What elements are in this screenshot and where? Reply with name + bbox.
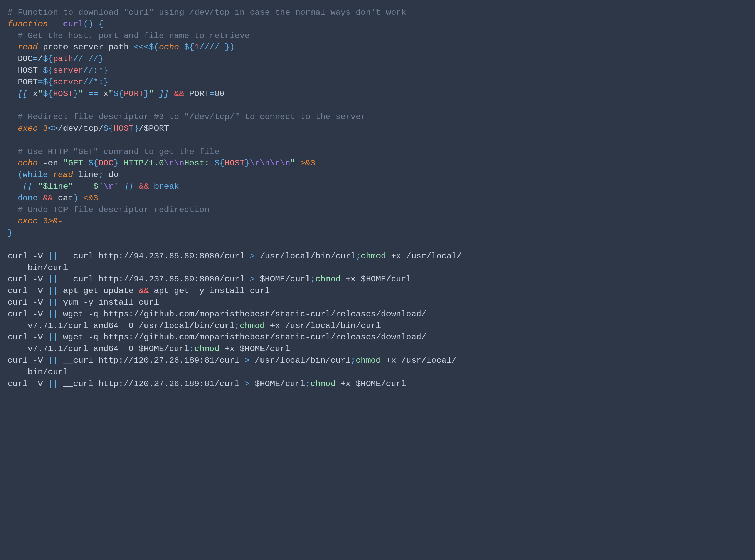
code-token: " — [78, 89, 83, 98]
code-token: \r — [103, 182, 113, 191]
code-token: read — [53, 170, 73, 179]
code-token: " — [38, 89, 43, 98]
code-token: \r\n — [164, 159, 184, 168]
code-token: ) — [230, 43, 235, 52]
code-token: //// — [199, 43, 225, 52]
code-token: || — [48, 298, 58, 307]
code-token: chmod — [194, 344, 220, 353]
code-token: } — [245, 159, 250, 168]
code-token: && — [174, 89, 184, 98]
code-token: done — [18, 194, 38, 203]
code-token: ( — [18, 170, 23, 179]
code-token: $' — [93, 182, 103, 191]
code-token: ${ — [43, 89, 53, 98]
code-token: ${ — [214, 159, 224, 168]
code-token: == — [78, 182, 88, 191]
code-token: } — [114, 159, 119, 168]
code-token: HOST — [224, 159, 245, 168]
code-token: 3 — [43, 217, 48, 226]
code-token: ; — [351, 356, 356, 365]
code-token: \r\n\r\n — [250, 159, 290, 168]
code-token: ) — [73, 194, 78, 203]
code-token: server — [53, 66, 83, 75]
code-token: chmod — [310, 379, 336, 388]
code-token: } — [8, 228, 13, 237]
code-token: || — [48, 286, 58, 295]
code-token: ${ — [88, 159, 98, 168]
code-token: # Use HTTP "GET" command to get the file — [18, 147, 219, 156]
code-token: == — [88, 89, 98, 98]
code-token: [[ — [18, 89, 27, 98]
code-token: } — [103, 66, 108, 75]
code-token: = — [38, 66, 43, 75]
code-token: $( — [149, 43, 159, 52]
code-token: 3 — [43, 124, 48, 133]
code-token: //:* — [83, 66, 104, 75]
code-token: ; — [98, 170, 108, 179]
code-token: exec — [18, 217, 38, 226]
code-token: # Get the host, port and file name to re… — [18, 31, 249, 40]
code-token: ' — [114, 182, 119, 191]
code-token: > — [245, 356, 250, 365]
code-token: >& — [300, 159, 310, 168]
code-token: // // — [73, 54, 98, 63]
code-token: ${ — [184, 43, 194, 52]
code-token: ; — [189, 344, 194, 353]
code-token: server — [53, 78, 83, 87]
code-token: ${ — [43, 78, 53, 87]
code-token: > — [250, 252, 255, 261]
code-token: [[ — [23, 182, 33, 191]
code-token: read — [18, 43, 38, 52]
code-token: && — [139, 286, 149, 295]
code-token: exec — [18, 124, 38, 133]
code-token: HTTP/1.0 — [118, 159, 164, 168]
code-token: HOST — [114, 124, 134, 133]
code-token: = — [209, 89, 214, 98]
code-token: } — [224, 43, 230, 52]
code-token: ; — [235, 321, 240, 330]
code-token: <> — [48, 124, 58, 133]
code-token: path — [53, 54, 73, 63]
code-token: > — [245, 379, 250, 388]
code-token: > — [250, 275, 255, 284]
code-token: && — [43, 194, 53, 203]
code-token: Host: — [184, 159, 214, 168]
code-token: " — [290, 159, 295, 168]
code-token: } — [134, 124, 139, 133]
code-token: || — [48, 332, 58, 342]
code-token: # Undo TCP file descriptor redirection — [18, 205, 209, 214]
code-token: " — [38, 182, 43, 191]
code-token: ; — [305, 379, 310, 388]
code-token: echo — [18, 159, 38, 168]
code-token: chmod — [240, 321, 265, 330]
code-token: " — [108, 89, 114, 98]
code-token: 3 — [310, 159, 315, 168]
code-token: //*: — [83, 78, 104, 87]
code-token: >&- — [48, 217, 63, 226]
code-token: # Redirect file descriptor #3 to "/dev/t… — [18, 112, 365, 121]
code-token: ${ — [43, 54, 53, 63]
code-token: || — [48, 356, 58, 365]
code-token: } — [98, 54, 104, 63]
code-token: 1 — [194, 43, 199, 52]
code-token: 3 — [93, 194, 98, 203]
code-token: || — [48, 275, 58, 284]
code-token: <<< — [134, 43, 149, 52]
code-token: # Function to download "curl" using /dev… — [8, 8, 406, 17]
code-token: } — [144, 89, 149, 98]
code-token: || — [48, 310, 58, 319]
code-token: break — [154, 182, 179, 191]
code-token: = — [33, 54, 38, 63]
code-token: && — [139, 182, 149, 191]
code-token: while — [23, 170, 48, 179]
code-token: function — [8, 20, 48, 29]
code-token: $line — [43, 182, 68, 191]
code-token: chmod — [315, 275, 341, 284]
code-token: () { — [83, 20, 104, 29]
code-token: chmod — [356, 356, 381, 365]
code-snippet: # Function to download "curl" using /dev… — [0, 0, 755, 396]
code-token: HOST — [53, 89, 73, 98]
code-token: ; — [310, 275, 315, 284]
code-token: " — [68, 182, 73, 191]
code-token: chmod — [361, 252, 386, 261]
